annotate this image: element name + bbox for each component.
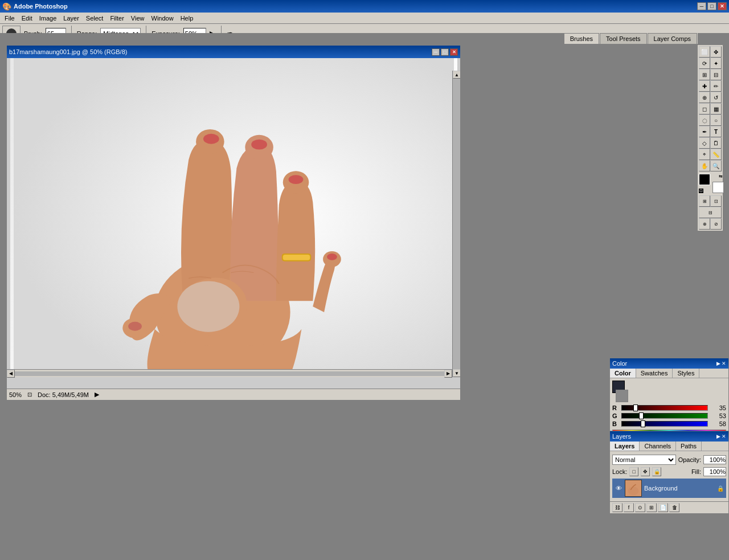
tab-paths[interactable]: Paths bbox=[676, 442, 702, 451]
history-tool-btn[interactable]: ↺ bbox=[710, 92, 722, 103]
menu-file[interactable]: File bbox=[1, 14, 18, 23]
new-group-btn[interactable]: ⊞ bbox=[646, 503, 657, 512]
swap-colors-btn[interactable]: ⇆ bbox=[719, 174, 723, 179]
tool-row-3: ⊞ ⊟ bbox=[699, 69, 722, 80]
menu-filter[interactable]: Filter bbox=[107, 14, 127, 23]
magic-wand-btn[interactable]: ✦ bbox=[710, 58, 722, 69]
link-layers-btn[interactable]: ⛓ bbox=[612, 503, 622, 512]
add-style-btn[interactable]: f bbox=[624, 503, 634, 512]
marquee-tool-btn[interactable]: ⬜ bbox=[699, 46, 710, 58]
red-label: R bbox=[612, 404, 619, 411]
tab-channels[interactable]: Channels bbox=[640, 442, 675, 451]
tool-row-1: ⬜ ✥ bbox=[699, 46, 722, 58]
doc-scrollbar-vertical[interactable]: ▲ ▼ bbox=[452, 71, 460, 377]
color-bg-chip[interactable] bbox=[616, 390, 628, 402]
shape-tool-btn[interactable]: ◇ bbox=[699, 137, 710, 149]
layer-visibility-btn[interactable]: 👁 bbox=[615, 484, 622, 492]
quick-mask-btn[interactable]: ⊡ bbox=[710, 195, 722, 207]
healing-tool-btn[interactable]: ✚ bbox=[699, 80, 710, 92]
status-icon[interactable]: ⊡ bbox=[27, 391, 32, 398]
lock-move-btn[interactable]: ✥ bbox=[641, 467, 650, 476]
scroll-track-vertical[interactable] bbox=[453, 79, 460, 369]
blue-label: B bbox=[612, 420, 619, 427]
new-layer-btn[interactable]: 📄 bbox=[658, 503, 668, 512]
menu-view[interactable]: View bbox=[128, 14, 148, 23]
menu-edit[interactable]: Edit bbox=[18, 14, 36, 23]
doc-close-button[interactable]: ✕ bbox=[450, 48, 458, 56]
doc-maximize-button[interactable]: □ bbox=[441, 48, 449, 56]
fg-color-swatch[interactable] bbox=[699, 174, 710, 185]
scroll-left-button[interactable]: ◀ bbox=[7, 370, 15, 378]
scroll-up-button[interactable]: ▲ bbox=[453, 71, 460, 79]
tab-styles[interactable]: Styles bbox=[673, 369, 699, 378]
pen-tool-btn[interactable]: ✒ bbox=[699, 126, 710, 137]
tab-swatches[interactable]: Swatches bbox=[636, 369, 673, 378]
blue-slider-track[interactable] bbox=[621, 421, 708, 427]
green-slider-track[interactable] bbox=[621, 413, 708, 419]
scroll-track-horizontal[interactable] bbox=[15, 371, 444, 376]
brush-tool-btn[interactable]: ✏ bbox=[710, 80, 722, 92]
gradient-tool-btn[interactable]: ▦ bbox=[710, 103, 722, 115]
eyedropper-btn[interactable]: ⌖ bbox=[699, 149, 710, 160]
color-panel-close[interactable]: ✕ bbox=[722, 361, 726, 366]
status-arrow[interactable]: ▶ bbox=[95, 391, 99, 398]
screen-mode-row: ⊟ bbox=[699, 207, 722, 218]
add-mask-btn[interactable]: ⊙ bbox=[635, 503, 645, 512]
fill-input[interactable] bbox=[703, 467, 726, 476]
scroll-down-button[interactable]: ▼ bbox=[453, 369, 460, 377]
lock-pixels-btn[interactable]: □ bbox=[629, 467, 638, 476]
layers-panel-close[interactable]: ✕ bbox=[722, 434, 726, 439]
hand-tool-btn[interactable]: ✋ bbox=[699, 160, 710, 171]
red-slider-thumb[interactable] bbox=[633, 404, 638, 411]
opacity-label: Opacity: bbox=[678, 456, 701, 463]
toolbox: ⬜ ✥ ⟳ ✦ ⊞ ⊟ ✚ ✏ ⊕ ↺ ◻ ▦ ◌ ○ ✒ T bbox=[697, 44, 723, 231]
scroll-right-button[interactable]: ▶ bbox=[444, 370, 452, 378]
notes-tool-btn[interactable]: 🗒 bbox=[710, 137, 722, 149]
layers-panel-collapse[interactable]: ▶ bbox=[716, 434, 720, 439]
layer-item-background[interactable]: 👁 Background 🔒 bbox=[612, 479, 726, 498]
menu-bar: File Edit Image Layer Select Filter View… bbox=[0, 13, 729, 24]
eraser-tool-btn[interactable]: ◻ bbox=[699, 103, 710, 115]
doc-minimize-button[interactable]: ─ bbox=[432, 48, 440, 56]
reset-colors-btn[interactable]: ⊡ bbox=[699, 189, 703, 193]
close-button[interactable]: ✕ bbox=[718, 2, 727, 10]
menu-select[interactable]: Select bbox=[83, 14, 107, 23]
menu-help[interactable]: Help bbox=[177, 14, 197, 23]
minimize-button[interactable]: ─ bbox=[697, 2, 706, 10]
crop-tool-btn[interactable]: ⊞ bbox=[699, 69, 710, 80]
doc-image bbox=[10, 58, 457, 374]
tab-color[interactable]: Color bbox=[610, 369, 636, 378]
maximize-button[interactable]: □ bbox=[707, 2, 716, 10]
tab-layer-comps[interactable]: Layer Comps bbox=[648, 33, 697, 44]
dodge-tool-btn[interactable]: ○ bbox=[710, 115, 722, 126]
bg-color-swatch[interactable] bbox=[712, 182, 724, 193]
screen-mode-btn[interactable]: ⊟ bbox=[699, 207, 722, 218]
red-slider-track[interactable] bbox=[621, 405, 708, 411]
tab-brushes[interactable]: Brushes bbox=[564, 33, 599, 44]
blur-tool-btn[interactable]: ◌ bbox=[699, 115, 710, 126]
delete-layer-btn[interactable]: 🗑 bbox=[669, 503, 679, 512]
menu-image[interactable]: Image bbox=[36, 14, 60, 23]
move-tool-btn[interactable]: ✥ bbox=[710, 46, 722, 58]
menu-layer[interactable]: Layer bbox=[60, 14, 83, 23]
color-panel-collapse[interactable]: ▶ bbox=[716, 361, 720, 366]
measure-tool-btn[interactable]: 📏 bbox=[710, 149, 722, 160]
doc-statusbar: 50% ⊡ Doc: 5,49M/5,49M ▶ bbox=[7, 389, 460, 400]
green-slider-thumb[interactable] bbox=[639, 412, 644, 419]
zoom-tool-btn[interactable]: 🔍 bbox=[710, 160, 722, 171]
opacity-input[interactable] bbox=[703, 455, 726, 464]
blend-mode-select[interactable]: Normal Dissolve Multiply Screen Overlay bbox=[612, 455, 676, 465]
extra-btn[interactable]: ⊘ bbox=[710, 218, 722, 230]
slice-tool-btn[interactable]: ⊟ bbox=[710, 69, 722, 80]
tab-layers[interactable]: Layers bbox=[610, 442, 640, 451]
standard-mode-btn[interactable]: ⊞ bbox=[699, 195, 710, 207]
blue-slider-thumb[interactable] bbox=[641, 420, 645, 427]
clone-tool-btn[interactable]: ⊕ bbox=[699, 92, 710, 103]
lasso-tool-btn[interactable]: ⟳ bbox=[699, 58, 710, 69]
menu-window[interactable]: Window bbox=[148, 14, 177, 23]
text-tool-btn[interactable]: T bbox=[710, 126, 722, 137]
doc-scrollbar-horizontal[interactable]: ◀ ▶ bbox=[7, 369, 452, 377]
cs-live-btn[interactable]: ⊕ bbox=[699, 218, 710, 230]
tab-tool-presets[interactable]: Tool Presets bbox=[600, 33, 647, 44]
lock-all-btn[interactable]: 🔒 bbox=[652, 467, 661, 476]
